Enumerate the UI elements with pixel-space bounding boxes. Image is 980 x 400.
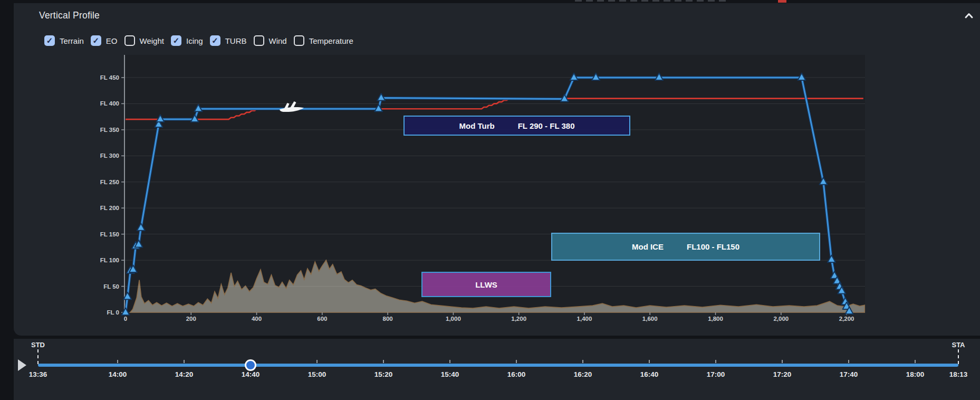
timeline-tick [449, 360, 450, 363]
timeline-tick-label: 15:20 [374, 370, 393, 378]
timeline-tick-label: 14:20 [175, 370, 194, 378]
overlay-toggle-row: ✓Terrain✓EOWeight✓Icing✓TURBWindTemperat… [44, 35, 353, 46]
checkbox-checked[interactable]: ✓ [44, 35, 55, 46]
timeline-track[interactable] [38, 364, 958, 367]
toggle-label: Icing [186, 36, 203, 45]
toggle-eo[interactable]: ✓EO [91, 35, 118, 46]
checkbox-checked[interactable]: ✓ [210, 35, 220, 46]
toggle-temperature[interactable]: Temperature [294, 35, 353, 46]
std-label: STD [31, 341, 45, 349]
timeline-tick [117, 360, 118, 363]
checkbox-unchecked[interactable] [124, 35, 135, 46]
toggle-label: Wind [269, 36, 287, 45]
sta-marker-line [958, 349, 959, 364]
timeline-tick-label: 14:40 [242, 370, 260, 378]
toggle-weight[interactable]: Weight [124, 35, 164, 46]
hazard-range: FL 290 - FL 380 [518, 121, 575, 130]
play-icon [18, 359, 26, 371]
toggle-wind[interactable]: Wind [254, 35, 287, 46]
std-time: 13:36 [29, 370, 47, 378]
checkbox-checked[interactable]: ✓ [171, 35, 181, 46]
timeline-tick-label: 17:40 [840, 370, 858, 378]
timeline-tick [848, 360, 849, 363]
timeline-tick [649, 360, 650, 363]
timeline-tick [184, 360, 185, 363]
timeline-tick [582, 360, 583, 363]
toggle-label: EO [106, 36, 118, 45]
sta-label: STA [952, 341, 965, 349]
chevron-up-icon [962, 16, 976, 24]
toggle-label: Terrain [60, 36, 84, 45]
timeline-tick-label: 16:40 [640, 370, 659, 378]
std-marker-line [37, 349, 39, 364]
timeline-tick [715, 360, 716, 363]
timeline-tick [782, 360, 783, 363]
timeline-tick [383, 360, 384, 363]
timeline-tick-label: 14:00 [109, 370, 127, 378]
timeline-tick-label: 15:00 [308, 370, 326, 378]
hazard-box-llws: LLWS [421, 272, 551, 297]
timeline-tick [915, 360, 916, 363]
sta-time: 18:13 [949, 370, 968, 378]
timeline-panel [14, 339, 980, 400]
toggle-label: TURB [225, 36, 247, 45]
collapse-panel-button[interactable] [961, 8, 977, 24]
hazard-range: FL100 - FL150 [687, 242, 739, 251]
toggle-icing[interactable]: ✓Icing [171, 35, 203, 46]
checkbox-unchecked[interactable] [294, 35, 304, 46]
timeline-tick-label: 16:00 [507, 370, 526, 378]
toggle-turb[interactable]: ✓TURB [210, 35, 247, 46]
hazard-label: Mod Turb [459, 121, 494, 130]
timeline-tick-label: 18:00 [906, 370, 925, 378]
hazard-box-mod-ice: Mod ICEFL100 - FL150 [551, 233, 820, 261]
toggle-label: Weight [140, 36, 164, 45]
vertical-profile-page: { "header": {"title": "Vertical Profile"… [0, 0, 980, 400]
play-button[interactable] [18, 359, 30, 371]
toggle-terrain[interactable]: ✓Terrain [44, 35, 84, 46]
hazard-label: Mod ICE [632, 242, 664, 251]
timeline-tick-label: 16:20 [574, 370, 592, 378]
toggle-label: Temperature [309, 36, 353, 45]
timeline-tick-label: 17:20 [773, 370, 792, 378]
timeline-tick [516, 360, 517, 363]
checkbox-unchecked[interactable] [254, 35, 264, 46]
hazard-label: LLWS [475, 280, 497, 289]
timeline-tick-label: 15:40 [441, 370, 459, 378]
timeline-tick-label: 17:00 [707, 370, 725, 378]
cropped-content-sliver [575, 0, 728, 2]
hazard-box-mod-turb: Mod TurbFL 290 - FL 380 [403, 116, 630, 136]
checkbox-checked[interactable]: ✓ [91, 35, 101, 46]
timeline-tick [316, 360, 318, 363]
timeline-slider-handle[interactable] [245, 359, 256, 371]
cropped-red-badge-sliver [778, 0, 786, 3]
page-title: Vertical Profile [39, 10, 100, 21]
